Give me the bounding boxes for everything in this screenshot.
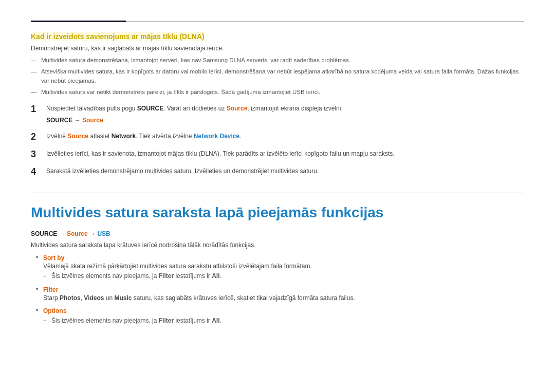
section2-title: Multivides satura saraksta lapā pieejamā… — [31, 204, 524, 221]
sort-by-term: Sort by — [43, 254, 64, 262]
section1-title: Kad ir izveidots savienojums ar mājas tī… — [31, 32, 205, 41]
bullet-sort-by: Sort by Vēlamajā skata režīmā pārkārtoji… — [36, 254, 524, 281]
sort-by-subnote: Šis izvēlnes elements nav pieejams, ja F… — [43, 271, 524, 281]
note-line-2: Atsevišķa multivides satura, kas ir kopī… — [31, 67, 524, 85]
step1-source: SOURCE → Source — [46, 116, 524, 125]
step-1: 1 Nospiediet tālvadības pults pogu SOURC… — [31, 104, 524, 125]
filter-term: Filter — [43, 286, 58, 293]
section-dlna-title: Kad ir izveidots savienojums ar mājas tī… — [31, 32, 524, 41]
top-rule-left — [31, 21, 126, 22]
filter-desc: Starp Photos, Videos un Music saturu, ka… — [43, 294, 524, 302]
options-term: Options — [43, 307, 66, 314]
bullet-options: Options Šis izvēlnes elements nav pieeja… — [36, 307, 524, 325]
step-2: 2 Izvēlnē Source atlasiet Network. Tiek … — [31, 132, 524, 143]
page: Kad ir izveidots savienojums ar mājas tī… — [0, 0, 555, 392]
note-line-3: Multivides saturs var netikt demonstrēts… — [31, 88, 524, 97]
step-3: 3 Izvēlieties ierīci, kas ir savienota, … — [31, 149, 524, 160]
section-divider — [31, 193, 524, 193]
feature-list: Sort by Vēlamajā skata režīmā pārkārtoji… — [36, 254, 524, 325]
note-line-1: Multivides satura demonstrēšana, izmanto… — [31, 56, 524, 65]
section-multivides: Multivides satura saraksta lapā pieejamā… — [31, 204, 524, 325]
steps-container: 1 Nospiediet tālvadības pults pogu SOURC… — [31, 104, 524, 177]
section2-source: SOURCE → Source → USB — [31, 230, 524, 237]
top-rule-right — [126, 21, 524, 22]
top-rule — [31, 21, 524, 22]
step-4: 4 Sarakstā izvēlieties demonstrējamo mul… — [31, 166, 524, 178]
section1-intro: Demonstrējiet saturu, kas ir saglabāts a… — [31, 45, 524, 52]
sort-by-desc: Vēlamajā skata režīmā pārkārtojiet multi… — [43, 263, 524, 270]
section-dlna: Kad ir izveidots savienojums ar mājas tī… — [31, 32, 524, 177]
options-subnote: Šis izvēlnes elements nav pieejams, ja F… — [43, 316, 524, 325]
bullet-filter: Filter Starp Photos, Videos un Music sat… — [36, 286, 524, 302]
section2-intro: Multivides satura saraksta lapa krātuves… — [31, 241, 524, 249]
